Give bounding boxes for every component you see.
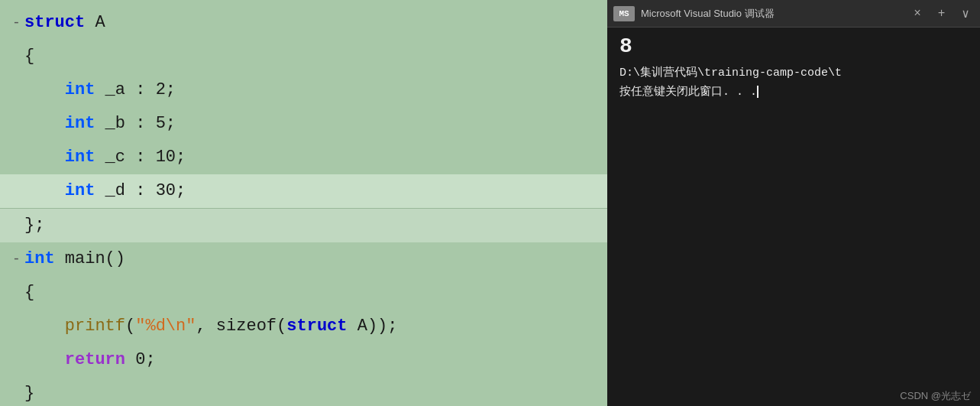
collapse-indicator bbox=[12, 73, 24, 107]
terminal-panel: MS Microsoft Visual Studio 调试器 × + ∨ 8 D… bbox=[607, 0, 980, 406]
collapse-indicator bbox=[12, 141, 24, 174]
output-message: 按任意键关闭此窗口. . . bbox=[619, 83, 968, 102]
code-token bbox=[24, 107, 65, 141]
code-editor-panel: -struct A { int _a : 2; int _b : 5; int … bbox=[0, 0, 607, 406]
output-number: 8 bbox=[619, 37, 968, 57]
collapse-indicator bbox=[12, 310, 24, 343]
cursor-blink bbox=[757, 86, 758, 98]
code-token: int bbox=[65, 141, 95, 174]
terminal-titlebar: MS Microsoft Visual Studio 调试器 × + ∨ bbox=[607, 0, 980, 28]
code-token bbox=[24, 343, 65, 377]
code-token: int bbox=[24, 242, 55, 276]
code-line: { bbox=[0, 40, 607, 73]
code-token: main() bbox=[55, 242, 125, 276]
code-token: } bbox=[24, 377, 34, 406]
code-token bbox=[24, 310, 65, 343]
code-token: , sizeof( bbox=[196, 310, 286, 343]
code-line: int _c : 10; bbox=[0, 141, 607, 174]
code-token: printf bbox=[65, 310, 125, 343]
code-line: int _b : 5; bbox=[0, 107, 607, 141]
footer-label: CSDN @光志ゼ bbox=[900, 390, 971, 401]
code-line: { bbox=[0, 276, 607, 310]
output-path: D:\集训营代码\training-camp-code\t bbox=[619, 64, 968, 83]
code-token: _b : 5; bbox=[95, 107, 176, 141]
code-token bbox=[24, 141, 65, 174]
code-token: int bbox=[65, 73, 95, 107]
code-token: _c : 10; bbox=[95, 141, 186, 174]
collapse-indicator bbox=[12, 107, 24, 141]
collapse-indicator bbox=[12, 276, 24, 310]
code-token: }; bbox=[24, 209, 44, 242]
code-content: -struct A { int _a : 2; int _b : 5; int … bbox=[0, 0, 607, 406]
terminal-app-icon: MS bbox=[613, 6, 635, 21]
terminal-output: 8 D:\集训营代码\training-camp-code\t 按任意键关闭此窗… bbox=[607, 28, 980, 386]
code-token: _d : 30; bbox=[95, 174, 186, 208]
code-line: int _a : 2; bbox=[0, 73, 607, 107]
code-token: "%d\n" bbox=[135, 310, 196, 343]
collapse-indicator bbox=[12, 40, 24, 73]
code-line: -struct A bbox=[0, 6, 607, 40]
code-line: -int main() bbox=[0, 242, 607, 276]
code-token: _a : 2; bbox=[95, 73, 176, 107]
code-line: int _d : 30; bbox=[0, 174, 607, 209]
code-line: return 0; bbox=[0, 343, 607, 377]
code-token: int bbox=[65, 107, 95, 141]
collapse-indicator: - bbox=[12, 242, 24, 276]
code-token: 0; bbox=[125, 343, 156, 377]
collapse-indicator: - bbox=[12, 6, 24, 40]
collapse-indicator bbox=[12, 174, 24, 208]
code-token bbox=[24, 174, 65, 208]
collapse-indicator bbox=[12, 343, 24, 377]
terminal-add-button[interactable]: + bbox=[933, 5, 950, 22]
code-line: }; bbox=[0, 209, 607, 242]
terminal-title: Microsoft Visual Studio 调试器 bbox=[641, 7, 901, 21]
code-token bbox=[24, 73, 65, 107]
code-token: ( bbox=[125, 310, 135, 343]
code-token: int bbox=[65, 174, 95, 208]
code-token: { bbox=[24, 276, 34, 310]
code-line: printf("%d\n", sizeof(struct A)); bbox=[0, 310, 607, 343]
collapse-indicator bbox=[12, 209, 24, 242]
terminal-footer: CSDN @光志ゼ bbox=[607, 386, 980, 406]
code-token: { bbox=[24, 40, 34, 73]
terminal-close-button[interactable]: × bbox=[909, 5, 926, 22]
terminal-more-button[interactable]: ∨ bbox=[957, 5, 974, 23]
code-token: A bbox=[85, 6, 105, 40]
code-line: } bbox=[0, 377, 607, 406]
code-token: struct bbox=[286, 310, 347, 343]
code-token: A)); bbox=[348, 310, 398, 343]
code-token: struct bbox=[24, 6, 85, 40]
code-token: return bbox=[65, 343, 125, 377]
collapse-indicator bbox=[12, 377, 24, 406]
